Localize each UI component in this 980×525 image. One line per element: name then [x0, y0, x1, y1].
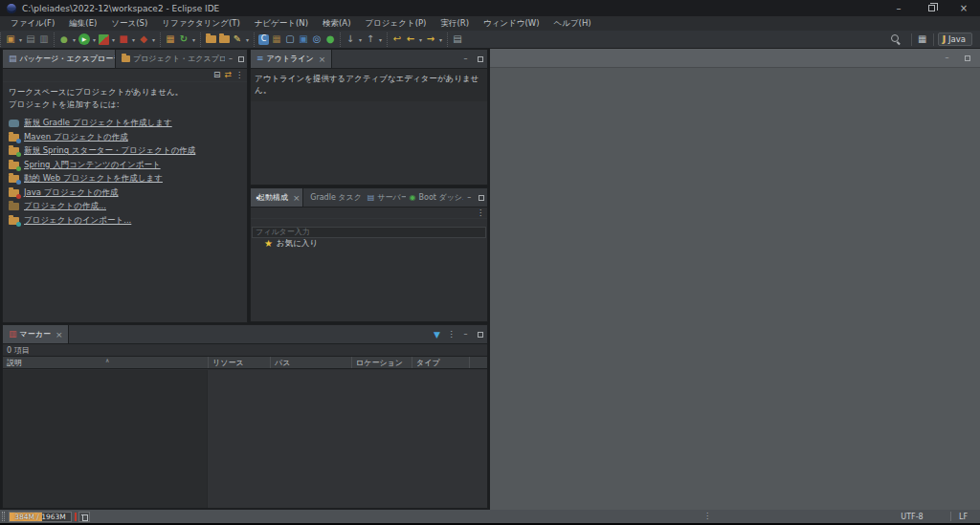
maximize-view-icon[interactable]: [236, 50, 247, 68]
tab-markers[interactable]: ▥ マーカー ×: [3, 325, 69, 343]
java-perspective-button[interactable]: J Java: [938, 33, 972, 46]
run-dropdown-icon[interactable]: ▾: [91, 33, 98, 46]
debug-dropdown-icon[interactable]: ▾: [71, 33, 78, 46]
menu-navigate[interactable]: ナビゲート(N): [249, 17, 314, 31]
menu-file[interactable]: ファイル(F): [5, 17, 60, 31]
start-server-icon[interactable]: [323, 33, 337, 46]
back-dropdown-icon[interactable]: ▾: [417, 33, 424, 46]
link-create-project[interactable]: プロジェクトの作成...: [24, 201, 106, 212]
column-header-resource[interactable]: リソース: [209, 357, 271, 368]
open-perspective-icon[interactable]: [916, 33, 929, 46]
coverage-icon[interactable]: [99, 34, 109, 45]
stop-icon[interactable]: [117, 33, 130, 46]
close-tab-icon[interactable]: ×: [319, 55, 326, 64]
refresh-gradle-icon[interactable]: [177, 33, 190, 46]
stop-dropdown-icon[interactable]: ▾: [130, 33, 137, 46]
close-tab-icon[interactable]: ×: [56, 330, 63, 339]
minimize-button[interactable]: –: [882, 0, 915, 16]
maximize-editor-icon[interactable]: [960, 55, 974, 61]
restore-button[interactable]: [915, 0, 947, 16]
menu-window[interactable]: ウィンドウ(W): [478, 17, 546, 31]
link-create-dynamic-web-project[interactable]: 動的 Web プロジェクトを作成します: [24, 173, 163, 185]
previous-annotation-dropdown-icon[interactable]: ▾: [377, 33, 384, 46]
menu-source[interactable]: ソース(S): [105, 17, 153, 31]
new-wizard-dropdown-icon[interactable]: ▾: [17, 33, 24, 46]
statusbar-menu-icon[interactable]: ⋮: [703, 512, 711, 520]
minimize-view-icon[interactable]: –: [225, 50, 235, 68]
save-all-icon[interactable]: [37, 33, 51, 46]
tab-outline[interactable]: ≡ アウトライン ×: [251, 50, 332, 68]
column-header-path[interactable]: パス: [271, 357, 352, 368]
next-annotation-icon[interactable]: [344, 33, 357, 46]
link-import-project[interactable]: プロジェクトのインポート...: [24, 215, 131, 227]
maximize-view-icon[interactable]: [473, 50, 487, 68]
minimize-view-icon[interactable]: –: [458, 50, 473, 68]
new-file-icon[interactable]: [283, 33, 297, 46]
filter-input[interactable]: [252, 227, 486, 238]
menu-help[interactable]: ヘルプ(H): [548, 17, 597, 31]
column-header-location[interactable]: ロケーション: [352, 357, 412, 368]
view-menu-icon[interactable]: ⋮: [235, 71, 243, 79]
maximize-view-icon[interactable]: [476, 188, 487, 207]
view-menu-icon[interactable]: ⋮: [477, 208, 484, 217]
run-garbage-collector-button[interactable]: [78, 512, 90, 522]
mark-occurrences-icon[interactable]: [231, 33, 244, 46]
close-tab-icon[interactable]: ×: [293, 193, 301, 203]
link-new-gradle-project[interactable]: 新規 Gradle プロジェクトを作成します: [24, 118, 172, 129]
minimize-editor-icon[interactable]: –: [940, 54, 954, 62]
pen-dropdown-icon[interactable]: ▾: [244, 33, 251, 46]
refresh-dropdown-icon[interactable]: ▾: [190, 33, 197, 46]
next-annotation-dropdown-icon[interactable]: ▾: [357, 33, 364, 46]
column-header-type[interactable]: タイプ: [412, 357, 470, 368]
link-import-spring-getting-started[interactable]: Spring 入門コンテンツのインポート: [24, 160, 161, 171]
menu-edit[interactable]: 編集(E): [63, 17, 102, 31]
link-new-spring-starter-project[interactable]: 新規 Spring スターター・プロジェクトの作成: [24, 145, 195, 157]
back-icon[interactable]: [404, 33, 417, 46]
import-project-icon[interactable]: [204, 33, 217, 46]
minimize-view-icon[interactable]: –: [463, 188, 475, 207]
minimize-view-icon[interactable]: –: [458, 325, 473, 343]
forward-dropdown-icon[interactable]: ▾: [437, 33, 444, 46]
profile-icon[interactable]: [137, 33, 150, 46]
last-edit-location-icon[interactable]: [390, 33, 404, 46]
forward-icon[interactable]: [424, 33, 437, 46]
run-icon[interactable]: [78, 33, 90, 45]
open-resource-icon[interactable]: [217, 33, 231, 46]
profile-dropdown-icon[interactable]: ▾: [150, 33, 157, 46]
link-with-editor-icon[interactable]: ⇄: [224, 71, 232, 79]
overlay-icon: [16, 194, 21, 199]
filter-markers-icon[interactable]: ▼: [430, 325, 444, 343]
tab-gradle-tasks[interactable]: Gradle タスク: [303, 188, 364, 207]
coverage-dropdown-icon[interactable]: ▾: [110, 33, 117, 46]
tab-boot-dashboard[interactable]: ◉ Boot ダッシ...: [406, 188, 464, 207]
menu-refactor[interactable]: リファクタリング(T): [156, 17, 245, 31]
package-explorer-view: ▤ パッケージ・エクスプローラー × プロジェクト・エクスプローラー – ⊟ ⇄…: [2, 49, 248, 323]
search-icon[interactable]: [890, 33, 902, 45]
menu-project[interactable]: プロジェクト(P): [359, 17, 432, 31]
previous-annotation-icon[interactable]: [364, 33, 377, 46]
open-console-icon[interactable]: [297, 33, 310, 46]
statusbar-drag-handle[interactable]: [2, 512, 5, 521]
pin-editor-icon[interactable]: [451, 33, 464, 46]
new-wizard-icon[interactable]: [4, 33, 17, 46]
link-create-java-project[interactable]: Java プロジェクトの作成: [24, 187, 119, 199]
open-type-icon[interactable]: [310, 33, 323, 46]
tab-launch-configurations[interactable]: 起動構成 ×: [251, 188, 303, 207]
menu-run[interactable]: 実行(R): [434, 17, 475, 31]
tab-project-explorer[interactable]: プロジェクト・エクスプローラー: [116, 50, 225, 68]
tab-servers[interactable]: ▤ サーバー: [364, 188, 406, 207]
column-header-description[interactable]: 説明 ∧: [3, 357, 209, 368]
collapse-all-icon[interactable]: ⊟: [213, 71, 221, 79]
maximize-view-icon[interactable]: [473, 325, 487, 343]
link-create-maven-project[interactable]: Maven プロジェクトの作成: [24, 132, 128, 143]
new-class-icon[interactable]: [258, 34, 269, 45]
debug-icon[interactable]: [57, 33, 71, 46]
view-menu-icon[interactable]: ⋮: [444, 325, 458, 343]
menu-search[interactable]: 検索(A): [317, 17, 356, 31]
new-package-icon[interactable]: [270, 33, 283, 46]
list-item: Maven プロジェクトの作成: [9, 131, 243, 145]
new-java-project-icon[interactable]: [164, 33, 177, 46]
save-icon[interactable]: [24, 33, 37, 46]
tab-package-explorer[interactable]: ▤ パッケージ・エクスプローラー ×: [3, 50, 116, 68]
close-button[interactable]: ×: [947, 0, 980, 16]
